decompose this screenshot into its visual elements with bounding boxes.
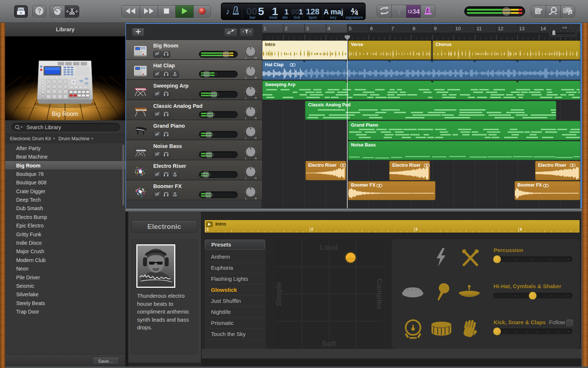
svg-text:R: R [255, 157, 257, 160]
svg-text:signature: signature [345, 15, 363, 20]
svg-text:6: 6 [370, 26, 373, 31]
svg-text:R: R [255, 56, 257, 60]
svg-text:Big Room: Big Room [52, 110, 78, 117]
svg-text:2: 2 [311, 227, 313, 231]
svg-text:8: 8 [413, 26, 416, 31]
svg-text:Simple: Simple [275, 282, 283, 306]
svg-text:R: R [255, 117, 257, 120]
svg-text:3: 3 [306, 26, 309, 31]
svg-text:L: L [245, 96, 247, 100]
svg-text:bpm: bpm [309, 15, 317, 20]
svg-text:7: 7 [391, 26, 394, 31]
svg-text:Soft: Soft [322, 340, 336, 348]
svg-text:R: R [255, 76, 257, 79]
svg-text:4: 4 [520, 227, 522, 231]
svg-text:1: 1 [207, 227, 209, 231]
svg-text:L: L [245, 56, 247, 60]
svg-text:5: 5 [349, 26, 352, 31]
svg-text:1: 1 [263, 26, 266, 31]
svg-text:00: 00 [291, 8, 299, 16]
svg-text:4: 4 [327, 26, 330, 31]
svg-text:L: L [245, 137, 247, 140]
svg-text:R: R [255, 137, 257, 140]
svg-text:tick: tick [294, 15, 300, 20]
svg-text:R: R [255, 96, 257, 100]
svg-text:4: 4 [416, 8, 420, 15]
svg-text:12: 12 [498, 26, 503, 31]
svg-text:1: 1 [579, 26, 580, 31]
svg-text:1: 1 [299, 8, 303, 16]
svg-text:bar: bar [250, 15, 255, 20]
svg-text:L: L [245, 117, 247, 120]
svg-text:L: L [245, 157, 247, 160]
svg-text:2: 2 [285, 26, 288, 31]
svg-text:Loud: Loud [320, 243, 338, 251]
svg-text:div: div [282, 15, 288, 20]
svg-text:R: R [255, 197, 257, 200]
svg-text:14: 14 [541, 26, 546, 31]
svg-text:13: 13 [519, 26, 525, 31]
svg-text:L: L [245, 76, 247, 79]
svg-text:Complex: Complex [376, 279, 383, 309]
svg-text:10: 10 [455, 26, 461, 31]
svg-text:R: R [255, 177, 257, 180]
svg-text:1: 1 [284, 8, 288, 16]
svg-text:11: 11 [477, 26, 482, 31]
svg-text:key: key [330, 15, 337, 20]
svg-text:5: 5 [258, 5, 264, 17]
svg-text:L: L [245, 197, 247, 200]
svg-text:2: 2 [410, 9, 412, 14]
svg-text:L: L [245, 177, 247, 180]
svg-text:3: 3 [413, 8, 416, 15]
svg-text:3: 3 [415, 227, 417, 231]
svg-text:9: 9 [434, 26, 437, 31]
svg-text:beat: beat [269, 15, 277, 20]
svg-text:A maj: A maj [323, 8, 343, 16]
svg-text:♪: ♪ [226, 7, 230, 16]
